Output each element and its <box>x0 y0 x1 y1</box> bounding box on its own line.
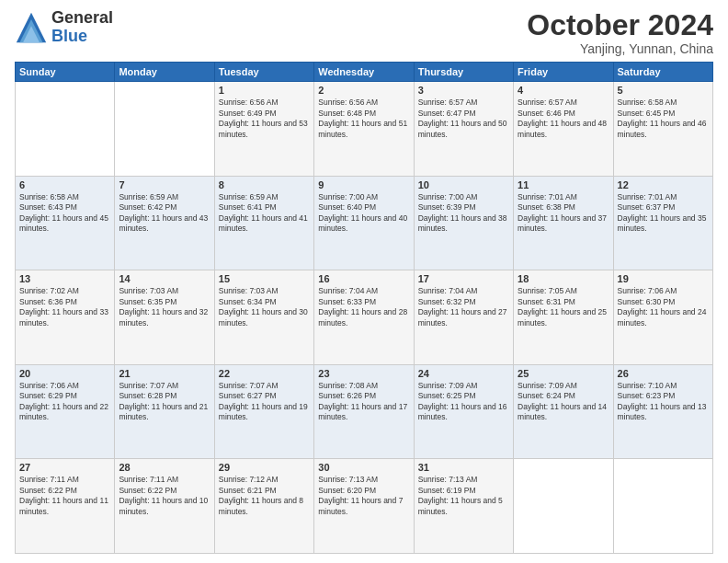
table-row: 30Sunrise: 7:13 AMSunset: 6:20 PMDayligh… <box>314 459 414 554</box>
daylight-label: Daylight: 11 hours and 10 minutes. <box>119 496 208 515</box>
table-row: 10Sunrise: 7:00 AMSunset: 6:39 PMDayligh… <box>414 176 513 270</box>
day-info: Sunrise: 7:13 AMSunset: 6:20 PMDaylight:… <box>318 475 409 517</box>
table-row: 3Sunrise: 6:57 AMSunset: 6:47 PMDaylight… <box>414 82 513 177</box>
day-info: Sunrise: 7:09 AMSunset: 6:25 PMDaylight:… <box>418 381 509 423</box>
day-number: 25 <box>518 368 609 379</box>
table-row: 13Sunrise: 7:02 AMSunset: 6:36 PMDayligh… <box>16 270 115 365</box>
day-number: 29 <box>219 462 310 473</box>
calendar-header-row: Sunday Monday Tuesday Wednesday Thursday… <box>16 63 713 82</box>
daylight-label: Daylight: 11 hours and 14 minutes. <box>518 402 607 421</box>
sunrise-label: Sunrise: 7:06 AM <box>19 381 79 390</box>
sunset-label: Sunset: 6:39 PM <box>418 202 476 212</box>
sunset-label: Sunset: 6:48 PM <box>318 109 376 118</box>
sunrise-label: Sunrise: 7:00 AM <box>418 192 478 201</box>
day-info: Sunrise: 7:04 AMSunset: 6:32 PMDaylight:… <box>418 286 509 328</box>
daylight-label: Daylight: 11 hours and 50 minutes. <box>418 119 507 138</box>
sunrise-label: Sunrise: 7:03 AM <box>119 286 178 295</box>
table-row <box>115 82 214 177</box>
logo: General Blue <box>15 9 113 46</box>
daylight-label: Daylight: 11 hours and 19 minutes. <box>219 402 308 421</box>
sunrise-label: Sunrise: 6:59 AM <box>219 192 279 201</box>
sunset-label: Sunset: 6:32 PM <box>418 297 476 306</box>
day-info: Sunrise: 6:56 AMSunset: 6:49 PMDaylight:… <box>219 98 310 140</box>
day-number: 23 <box>318 368 409 379</box>
day-number: 13 <box>19 273 110 284</box>
sunset-label: Sunset: 6:26 PM <box>318 391 376 400</box>
day-info: Sunrise: 7:06 AMSunset: 6:30 PMDaylight:… <box>618 286 709 328</box>
table-row: 18Sunrise: 7:05 AMSunset: 6:31 PMDayligh… <box>514 270 613 365</box>
day-number: 22 <box>219 368 310 379</box>
sunrise-label: Sunrise: 7:07 AM <box>119 381 178 390</box>
sunset-label: Sunset: 6:49 PM <box>219 109 277 118</box>
sunrise-label: Sunrise: 7:01 AM <box>618 192 677 201</box>
sunset-label: Sunset: 6:27 PM <box>219 391 277 400</box>
sunrise-label: Sunrise: 7:04 AM <box>418 286 478 295</box>
sunset-label: Sunset: 6:31 PM <box>518 297 575 306</box>
day-number: 27 <box>19 462 110 473</box>
table-row: 23Sunrise: 7:08 AMSunset: 6:26 PMDayligh… <box>314 364 414 459</box>
day-info: Sunrise: 7:05 AMSunset: 6:31 PMDaylight:… <box>518 286 609 328</box>
table-row: 24Sunrise: 7:09 AMSunset: 6:25 PMDayligh… <box>414 364 513 459</box>
calendar-week-4: 27Sunrise: 7:11 AMSunset: 6:22 PMDayligh… <box>16 459 713 554</box>
col-friday: Friday <box>514 63 613 82</box>
day-number: 12 <box>618 179 709 190</box>
sunrise-label: Sunrise: 7:03 AM <box>219 286 279 295</box>
day-info: Sunrise: 7:03 AMSunset: 6:35 PMDaylight:… <box>119 286 210 328</box>
calendar-week-3: 20Sunrise: 7:06 AMSunset: 6:29 PMDayligh… <box>16 364 713 459</box>
sunset-label: Sunset: 6:35 PM <box>119 297 176 306</box>
day-number: 10 <box>418 179 509 190</box>
table-row: 12Sunrise: 7:01 AMSunset: 6:37 PMDayligh… <box>613 176 712 270</box>
sunrise-label: Sunrise: 6:56 AM <box>219 98 279 107</box>
location: Yanjing, Yunnan, China <box>527 41 713 56</box>
day-number: 19 <box>618 273 709 284</box>
sunrise-label: Sunrise: 7:06 AM <box>618 286 677 295</box>
daylight-label: Daylight: 11 hours and 25 minutes. <box>518 307 607 327</box>
col-saturday: Saturday <box>613 63 712 82</box>
sunrise-label: Sunrise: 6:56 AM <box>318 98 378 107</box>
day-number: 8 <box>219 179 310 190</box>
table-row <box>613 459 712 554</box>
day-number: 15 <box>219 273 310 284</box>
day-number: 6 <box>19 179 110 190</box>
table-row: 17Sunrise: 7:04 AMSunset: 6:32 PMDayligh… <box>414 270 513 365</box>
daylight-label: Daylight: 11 hours and 38 minutes. <box>418 213 507 233</box>
sunrise-label: Sunrise: 7:11 AM <box>119 475 178 484</box>
sunset-label: Sunset: 6:30 PM <box>618 297 676 306</box>
table-row: 22Sunrise: 7:07 AMSunset: 6:27 PMDayligh… <box>214 364 313 459</box>
sunset-label: Sunset: 6:22 PM <box>119 486 176 495</box>
logo-blue: Blue <box>51 28 113 46</box>
sunset-label: Sunset: 6:24 PM <box>518 391 575 400</box>
daylight-label: Daylight: 11 hours and 48 minutes. <box>518 119 607 138</box>
day-number: 16 <box>318 273 409 284</box>
day-number: 2 <box>318 85 409 96</box>
table-row: 7Sunrise: 6:59 AMSunset: 6:42 PMDaylight… <box>115 176 214 270</box>
sunset-label: Sunset: 6:41 PM <box>219 202 277 212</box>
day-number: 1 <box>219 85 310 96</box>
table-row: 25Sunrise: 7:09 AMSunset: 6:24 PMDayligh… <box>514 364 613 459</box>
sunrise-label: Sunrise: 6:59 AM <box>119 192 178 201</box>
logo-icon <box>15 11 48 44</box>
day-info: Sunrise: 6:58 AMSunset: 6:43 PMDaylight:… <box>19 192 110 235</box>
table-row: 1Sunrise: 6:56 AMSunset: 6:49 PMDaylight… <box>214 82 313 177</box>
day-info: Sunrise: 7:07 AMSunset: 6:27 PMDaylight:… <box>219 381 310 423</box>
sunrise-label: Sunrise: 7:09 AM <box>518 381 577 390</box>
table-row <box>16 82 115 177</box>
table-row: 4Sunrise: 6:57 AMSunset: 6:46 PMDaylight… <box>514 82 613 177</box>
sunrise-label: Sunrise: 7:09 AM <box>418 381 478 390</box>
day-number: 24 <box>418 368 509 379</box>
month-title: October 2024 <box>527 9 713 41</box>
day-number: 28 <box>119 462 210 473</box>
day-number: 21 <box>119 368 210 379</box>
day-info: Sunrise: 6:59 AMSunset: 6:42 PMDaylight:… <box>119 192 210 235</box>
sunset-label: Sunset: 6:29 PM <box>19 391 77 400</box>
calendar-week-2: 13Sunrise: 7:02 AMSunset: 6:36 PMDayligh… <box>16 270 713 365</box>
day-number: 20 <box>19 368 110 379</box>
calendar: Sunday Monday Tuesday Wednesday Thursday… <box>15 62 713 554</box>
sunset-label: Sunset: 6:37 PM <box>618 202 676 212</box>
daylight-label: Daylight: 11 hours and 28 minutes. <box>318 307 407 327</box>
daylight-label: Daylight: 11 hours and 24 minutes. <box>618 307 707 327</box>
daylight-label: Daylight: 11 hours and 45 minutes. <box>19 213 108 233</box>
daylight-label: Daylight: 11 hours and 22 minutes. <box>19 402 108 421</box>
daylight-label: Daylight: 11 hours and 51 minutes. <box>318 119 407 138</box>
daylight-label: Daylight: 11 hours and 40 minutes. <box>318 213 407 233</box>
